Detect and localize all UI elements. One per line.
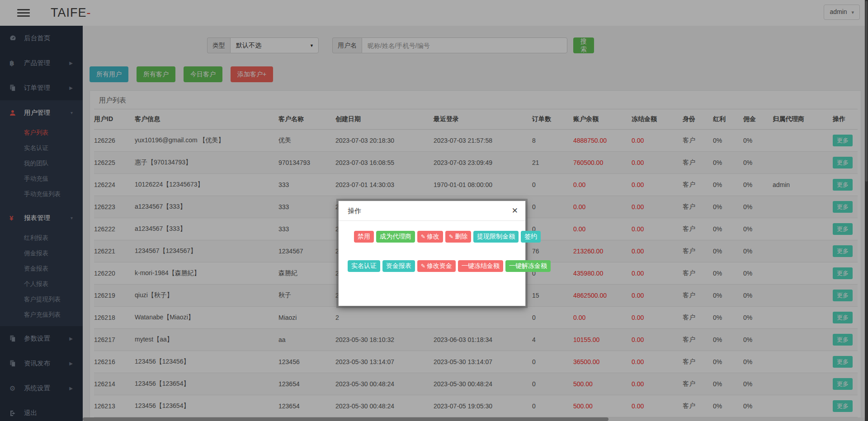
modal-button-修改资金[interactable]: ✎修改资金 [417, 260, 456, 272]
modal-body: 禁用成为代理商✎修改✎删除提现限制金额签约实名认证资金报表✎修改资金一键冻结金额… [339, 221, 525, 272]
modal-button-禁用[interactable]: 禁用 [354, 231, 374, 243]
modal-button-提现限制金额[interactable]: 提现限制金额 [473, 231, 519, 243]
modal-header: 操作 ✕ [339, 201, 525, 221]
modal-button-一键解冻金额[interactable]: 一键解冻金额 [505, 260, 551, 272]
pencil-icon: ✎ [421, 234, 425, 240]
modal-button-修改[interactable]: ✎修改 [417, 231, 443, 243]
actions-modal: 操作 ✕ 禁用成为代理商✎修改✎删除提现限制金额签约实名认证资金报表✎修改资金一… [338, 201, 526, 306]
vertical-scrollbar-thumb[interactable] [865, 1, 868, 182]
modal-button-删除[interactable]: ✎删除 [445, 231, 471, 243]
pencil-icon: ✎ [449, 234, 453, 240]
modal-button-资金报表[interactable]: 资金报表 [382, 260, 415, 272]
modal-button-成为代理商[interactable]: 成为代理商 [376, 231, 415, 243]
modal-button-实名认证[interactable]: 实名认证 [348, 260, 380, 272]
close-icon[interactable]: ✕ [512, 206, 518, 215]
modal-button-row: 实名认证资金报表✎修改资金一键冻结金额一键解冻金额 [348, 260, 518, 272]
pencil-icon: ✎ [421, 263, 425, 269]
modal-button-一键冻结金额[interactable]: 一键冻结金额 [458, 260, 503, 272]
modal-button-row: 禁用成为代理商✎修改✎删除提现限制金额签约 [354, 231, 518, 243]
modal-button-签约[interactable]: 签约 [521, 231, 541, 243]
vertical-scrollbar[interactable] [865, 0, 868, 421]
modal-title: 操作 [348, 207, 361, 215]
